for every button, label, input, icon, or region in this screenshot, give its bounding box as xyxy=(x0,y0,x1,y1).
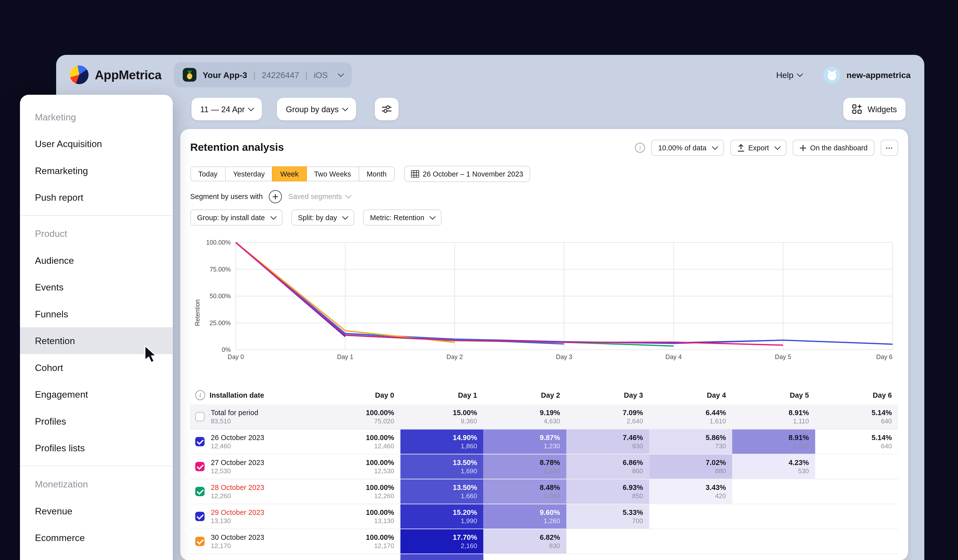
installation-date: 28 October 2023 xyxy=(211,484,264,491)
sidebar-item-profiles[interactable]: Profiles xyxy=(20,408,173,435)
table-row: Total for period83,510100.00%75,02015.00… xyxy=(190,405,898,430)
retention-cell: 3.43%420 xyxy=(649,479,733,504)
tab-month[interactable]: Month xyxy=(358,166,395,182)
report-toolbar: 11 — 24 Apr Group by days xyxy=(56,95,924,123)
axis-tick-label: 75.00% xyxy=(209,266,231,273)
retention-count: 12,460 xyxy=(374,442,394,449)
retention-percent: 6.86% xyxy=(623,459,643,466)
add-segment-button[interactable] xyxy=(269,190,282,203)
tab-two-weeks[interactable]: Two Weeks xyxy=(306,166,359,182)
tab-yesterday[interactable]: Yesterday xyxy=(225,166,273,182)
sidebar-item-ecommerce[interactable]: Ecommerce xyxy=(20,524,173,551)
sidebar-item-user-acquisition[interactable]: User Acquisition xyxy=(20,130,173,157)
saved-segments-select[interactable]: Saved segments xyxy=(289,193,351,200)
plus-icon xyxy=(799,144,807,151)
sidebar-section-title: Product xyxy=(20,220,173,247)
period-tabs: TodayYesterdayWeekTwo WeeksMonth xyxy=(190,166,395,182)
retention-percent: 17.70% xyxy=(453,533,477,541)
tab-week[interactable]: Week xyxy=(272,166,307,182)
retention-cell xyxy=(566,529,649,554)
retention-cell xyxy=(649,529,733,554)
screen: AppMetrica Your App-3 | 24226447 | iOS H… xyxy=(0,0,958,560)
report-date-range-label: 26 October – 1 November 2023 xyxy=(423,170,523,178)
sidebar-item-push-report[interactable]: Push report xyxy=(20,184,173,211)
filter-split[interactable]: Split: by day xyxy=(291,209,355,226)
retention-percent: 6.44% xyxy=(706,409,726,416)
sidebar-item-revenue[interactable]: Revenue xyxy=(20,497,173,524)
account-menu[interactable]: new-appmetrica xyxy=(823,66,910,83)
sidebar-item-remarketing[interactable]: Remarketing xyxy=(20,157,173,184)
add-to-dashboard-button[interactable]: On the dashboard xyxy=(793,140,874,156)
retention-count: 1,260 xyxy=(544,517,560,524)
retention-percent: 5.14% xyxy=(871,434,892,441)
retention-count: 860 xyxy=(632,467,643,475)
table-header: i Installation date Day 0Day 1Day 2Day 3… xyxy=(190,386,898,405)
sidebar-item-audience[interactable]: Audience xyxy=(20,247,173,274)
sampling-select[interactable]: 10.00% of data xyxy=(651,140,724,156)
report-date-range-button[interactable]: 26 October – 1 November 2023 xyxy=(404,166,530,182)
global-date-range-label: 11 — 24 Apr xyxy=(200,104,245,114)
installation-date: 27 October 2023 xyxy=(211,459,264,466)
sidebar-item-retention[interactable]: Retention xyxy=(20,327,173,354)
sidebar-item-funnels[interactable]: Funnels xyxy=(20,301,173,327)
retention-count: 1,230 xyxy=(544,442,560,449)
retention-report-card: Retention analysis i 10.00% of data Expo… xyxy=(180,129,908,560)
row-checkbox[interactable] xyxy=(195,487,205,497)
row-checkbox[interactable] xyxy=(195,437,205,446)
global-date-range-button[interactable]: 11 — 24 Apr xyxy=(192,98,262,120)
sidebar-item-events[interactable]: Events xyxy=(20,274,173,301)
row-checkbox[interactable] xyxy=(195,462,205,471)
retention-cell: 100.00%12,260 xyxy=(317,479,401,504)
row-checkbox[interactable] xyxy=(195,512,205,521)
info-icon[interactable]: i xyxy=(195,390,205,400)
filter-group[interactable]: Group: by install date xyxy=(190,209,282,226)
retention-cell: 5.14%640 xyxy=(815,430,898,454)
sidebar-item-cohort[interactable]: Cohort xyxy=(20,354,173,381)
chevron-down-icon xyxy=(248,105,254,111)
info-icon[interactable]: i xyxy=(635,143,645,153)
table-row: 27 October 202312,530100.00%12,53013.50%… xyxy=(190,454,898,479)
row-checkbox[interactable] xyxy=(195,412,205,422)
retention-cell: 9.19%4,630 xyxy=(484,405,566,429)
retention-cell: 100.00%75,020 xyxy=(317,405,401,429)
retention-cell xyxy=(732,554,815,560)
more-actions-button[interactable]: ⋯ xyxy=(881,140,898,156)
page-title: Retention analysis xyxy=(190,142,284,154)
retention-percent: 8.48% xyxy=(539,484,560,491)
sidebar-section-title: Marketing xyxy=(20,103,173,130)
retention-count: 2,640 xyxy=(627,417,643,425)
retention-cell: 7.46%930 xyxy=(566,430,649,454)
installs-count: 83,510 xyxy=(211,417,258,425)
installation-date-cell: Total for period83,510 xyxy=(190,405,317,429)
filter-metric[interactable]: Metric: Retention xyxy=(363,209,442,226)
chevron-down-icon xyxy=(338,71,344,77)
retention-cell: 5.33%700 xyxy=(566,505,649,529)
retention-percent: 7.46% xyxy=(623,434,643,441)
group-by-days-button[interactable]: Group by days xyxy=(277,98,356,120)
chevron-down-icon xyxy=(430,213,436,220)
export-label: Export xyxy=(748,144,769,152)
axis-tick-label: 0% xyxy=(222,346,231,353)
retention-count: 640 xyxy=(881,417,892,425)
column-header-day-5: Day 5 xyxy=(732,391,815,399)
widgets-button[interactable]: Widgets xyxy=(843,98,906,120)
retention-cell: 100.00%12,170 xyxy=(317,529,401,554)
installation-date-cell: 28 October 202312,260 xyxy=(190,479,317,504)
sidebar-item-profiles-lists[interactable]: Profiles lists xyxy=(20,435,173,462)
retention-percent: 13.50% xyxy=(453,459,477,466)
filter-label: Split: by day xyxy=(298,214,337,221)
sidebar-item-engagement[interactable]: Engagement xyxy=(20,381,173,408)
help-menu[interactable]: Help xyxy=(776,70,802,79)
separator: | xyxy=(305,70,307,79)
row-checkbox[interactable] xyxy=(195,537,205,546)
axis-tick-label: 50.00% xyxy=(209,293,231,299)
installation-date-cell: 26 October 202312,460 xyxy=(190,430,317,454)
tab-today[interactable]: Today xyxy=(190,166,226,182)
export-button[interactable]: Export xyxy=(730,140,787,156)
retention-percent: 15.00% xyxy=(453,409,477,416)
installation-date: Total for period xyxy=(211,409,258,416)
retention-percent: 100.00% xyxy=(366,459,394,466)
chart-settings-button[interactable] xyxy=(375,98,398,120)
retention-cell: 14.90%1,860 xyxy=(400,430,484,454)
app-selector[interactable]: Your App-3 | 24226447 | iOS xyxy=(174,62,352,87)
